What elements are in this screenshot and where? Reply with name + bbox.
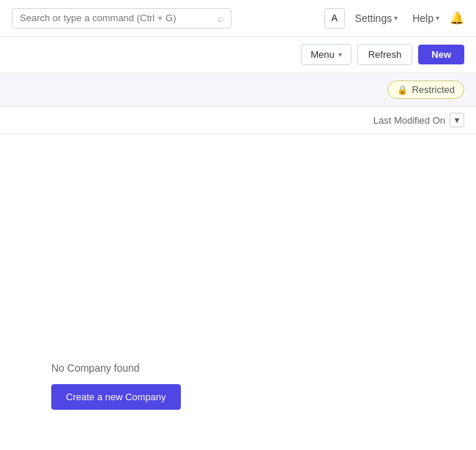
no-results-text: No Company found (51, 362, 140, 374)
settings-label: Settings (355, 12, 393, 24)
avatar: A (324, 8, 345, 29)
main-content: No Company found Create a new Company (0, 134, 476, 446)
new-label: New (431, 49, 451, 60)
filter-bar: 🔒 Restricted (0, 73, 476, 107)
refresh-label: Refresh (368, 49, 402, 60)
column-header: Last Modified On ▼ (0, 107, 476, 134)
menu-caret-icon: ▾ (338, 50, 342, 59)
new-button[interactable]: New (418, 45, 464, 64)
settings-button[interactable]: Settings ▾ (351, 10, 403, 27)
help-label: Help (412, 12, 434, 24)
menu-button[interactable]: Menu ▾ (301, 44, 352, 65)
sort-icon[interactable]: ▼ (450, 113, 464, 127)
search-icon: ⌕ (217, 12, 223, 24)
create-company-label: Create a new Company (66, 391, 166, 402)
nav-right: A Settings ▾ Help ▾ 🔔 (324, 8, 464, 29)
restricted-badge[interactable]: 🔒 Restricted (387, 80, 464, 99)
navbar: ⌕ A Settings ▾ Help ▾ 🔔 (0, 0, 476, 37)
settings-caret-icon: ▾ (394, 14, 398, 22)
search-container[interactable]: ⌕ (12, 8, 231, 29)
refresh-button[interactable]: Refresh (357, 44, 413, 65)
help-caret-icon: ▾ (436, 14, 439, 22)
search-input[interactable] (20, 12, 215, 23)
menu-label: Menu (310, 49, 335, 60)
restricted-label: Restricted (412, 84, 455, 95)
create-company-button[interactable]: Create a new Company (51, 384, 181, 410)
toolbar: Menu ▾ Refresh New (0, 37, 476, 73)
last-modified-column: Last Modified On ▼ (373, 113, 464, 127)
lock-icon: 🔒 (397, 85, 408, 95)
bell-icon[interactable]: 🔔 (450, 11, 464, 25)
help-button[interactable]: Help ▾ (408, 10, 444, 27)
last-modified-label: Last Modified On (373, 115, 445, 126)
